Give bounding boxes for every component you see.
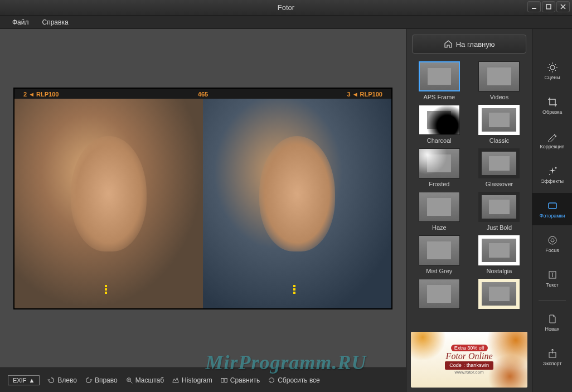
compare-button[interactable]: Сравнить (220, 376, 260, 384)
home-icon (444, 40, 453, 49)
tool-text[interactable]: TТекст (532, 262, 572, 294)
svg-rect-4 (225, 378, 227, 382)
frame-label: Classic (489, 137, 509, 144)
menu-help[interactable]: Справка (36, 16, 75, 28)
export-icon (547, 348, 558, 359)
frame-thumb (478, 235, 520, 265)
svg-point-18 (551, 239, 554, 242)
tool-frame[interactable]: Фоторамки (532, 193, 572, 225)
sparkle-icon (547, 166, 558, 177)
frame-label: APS Frame (423, 94, 455, 100)
menu-file[interactable]: Файл (6, 16, 36, 28)
reset-button[interactable]: Сбросить все (268, 376, 320, 384)
svg-point-17 (549, 236, 556, 244)
tool-crop[interactable]: Обрезка (532, 89, 572, 122)
tool-divider (539, 300, 566, 301)
frames-grid[interactable]: APS FrameVideosCharcoalClassicFrostedGla… (406, 59, 532, 327)
promo-url: www.fotor.com (455, 370, 484, 375)
frame-thumb (419, 148, 460, 178)
minimize-button[interactable] (527, 1, 541, 12)
frame-label: Haze (432, 224, 447, 231)
frame-thumb (478, 279, 520, 309)
tool-target[interactable]: Focus (532, 228, 572, 260)
photo-after (203, 99, 391, 308)
svg-rect-3 (221, 378, 223, 382)
frame-item-APS Frame[interactable]: APS Frame (413, 61, 466, 100)
canvas-area: 2 ◄ RLP100 465 3 ◄ RLP100 EXIF▲ Влево Вп… (0, 29, 406, 392)
frame-item-Charcoal[interactable]: Charcoal (413, 105, 466, 144)
photo-preview[interactable]: 2 ◄ RLP100 465 3 ◄ RLP100 (13, 88, 392, 309)
tool-label: Обрезка (542, 109, 562, 115)
frame-item-Mist Grey[interactable]: Mist Grey (413, 235, 466, 274)
pencil-icon (547, 131, 558, 142)
target-icon (547, 235, 558, 246)
promo-title: Fotor Online (446, 351, 493, 361)
home-button[interactable]: На главную (412, 35, 526, 54)
rotate-right-button[interactable]: Вправо (85, 376, 118, 384)
window-controls (527, 1, 570, 12)
film-marker-right: 3 ◄ RLP100 (347, 91, 382, 98)
tools-sidebar: СценыОбрезкаКоррекцияЭффектыФоторамкиFoc… (532, 29, 572, 392)
bottom-toolbar: EXIF▲ Влево Вправо Масштаб Histogram Сра… (0, 367, 406, 392)
frame-thumb (478, 192, 520, 222)
tool-sparkle[interactable]: Эффекты (532, 158, 572, 191)
maximize-button[interactable] (542, 1, 555, 12)
tool-label: Текст (546, 282, 559, 288)
svg-rect-0 (532, 8, 536, 9)
frame-label: Mist Grey (426, 268, 452, 274)
svg-line-13 (549, 70, 550, 71)
text-icon: T (547, 269, 558, 280)
frame-thumb (419, 279, 460, 309)
tool-label: Эффекты (541, 178, 564, 184)
svg-point-14 (555, 167, 556, 168)
frame-item-Frosted[interactable]: Frosted (413, 148, 466, 187)
app-title: Fotor (278, 3, 294, 12)
svg-point-5 (550, 65, 555, 70)
exif-button[interactable]: EXIF▲ (8, 375, 40, 385)
frame-item-10[interactable] (413, 279, 466, 311)
titlebar: Fotor (0, 0, 572, 16)
svg-line-10 (549, 64, 550, 65)
frame-item-Glassover[interactable]: Glassover (473, 148, 526, 187)
histogram-button[interactable]: Histogram (172, 376, 212, 384)
promo-code: Code：thankswin (445, 361, 493, 370)
tool-pencil[interactable]: Коррекция (532, 124, 572, 156)
svg-rect-1 (546, 4, 551, 9)
frame-item-Classic[interactable]: Classic (473, 105, 526, 144)
zoom-button[interactable]: Масштаб (125, 376, 164, 384)
frame-item-Nostalgia[interactable]: Nostalgia (473, 235, 526, 274)
svg-line-11 (555, 70, 556, 71)
sun-icon (547, 62, 558, 73)
frame-thumb (419, 192, 460, 222)
frame-thumb (419, 105, 460, 135)
tool-label: Фоторамки (540, 213, 565, 219)
tool-export[interactable]: Экспорт (532, 341, 572, 373)
tool-label: Focus (545, 248, 559, 253)
film-marker-center: 465 (198, 91, 208, 98)
tool-label: Сцены (545, 75, 560, 80)
svg-line-12 (555, 64, 556, 65)
frame-thumb (419, 61, 460, 91)
frame-thumb (478, 148, 520, 178)
tool-sun[interactable]: Сцены (532, 55, 572, 87)
promo-discount: Extra 30% off (451, 345, 488, 351)
frame-label: Nostalgia (486, 268, 512, 274)
promo-banner[interactable]: Extra 30% off Fotor Online Code：thankswi… (411, 332, 527, 388)
right-panel: На главную APS FrameVideosCharcoalClassi… (406, 29, 572, 392)
frame-thumb (419, 235, 460, 265)
film-marker-left: 2 ◄ RLP100 (23, 91, 59, 98)
svg-rect-16 (549, 203, 556, 209)
home-button-label: На главную (456, 40, 495, 49)
frame-item-11[interactable] (473, 279, 526, 311)
rotate-left-button[interactable]: Влево (47, 376, 77, 384)
frame-label: Just Bold (487, 224, 512, 231)
tool-file[interactable]: Новая (532, 306, 572, 338)
tool-label: Коррекция (540, 144, 564, 149)
frame-label: Charcoal (427, 137, 452, 144)
svg-point-15 (549, 174, 550, 175)
frame-item-Videos[interactable]: Videos (473, 61, 526, 100)
close-button[interactable] (556, 1, 570, 12)
frame-item-Just Bold[interactable]: Just Bold (473, 192, 526, 231)
frame-item-Haze[interactable]: Haze (413, 192, 466, 231)
frame-label: Videos (490, 94, 508, 100)
